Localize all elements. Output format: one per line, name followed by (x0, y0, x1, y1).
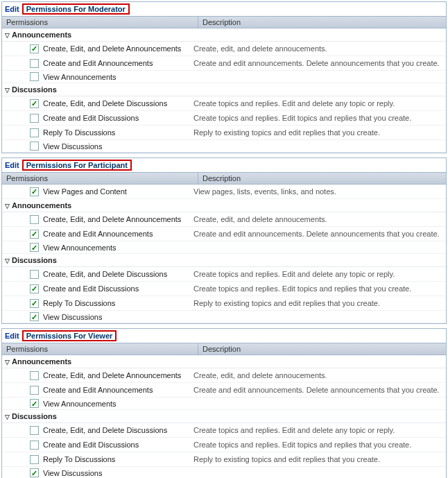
permission-checkbox[interactable] (30, 312, 39, 321)
column-header-permissions: Permissions (2, 343, 198, 355)
section-header: ▽Discussions (2, 410, 446, 423)
permissions-block: EditPermissions For ModeratorPermissions… (1, 1, 447, 153)
permission-row: Create and Edit DiscussionsCreate topics… (2, 438, 446, 452)
permission-row: Reply To DiscussionsReply to existing to… (2, 452, 446, 467)
permission-checkbox[interactable] (30, 187, 39, 196)
column-headers: PermissionsDescription (2, 16, 446, 28)
permission-cell: Create, Edit, and Delete Announcements (2, 215, 189, 224)
permission-label: Create, Edit, and Delete Discussions (43, 270, 167, 278)
permission-row: Create, Edit, and Delete DiscussionsCrea… (2, 423, 446, 438)
permission-checkbox[interactable] (30, 441, 39, 450)
disclosure-triangle-icon[interactable]: ▽ (3, 32, 10, 39)
permission-cell: View Discussions (2, 468, 189, 477)
permission-description: View pages, lists, events, links, and no… (189, 186, 446, 197)
section-header: ▽Discussions (2, 254, 446, 267)
permission-label: View Announcements (43, 400, 117, 408)
permission-checkbox[interactable] (30, 44, 39, 53)
permission-row: Create, Edit, and Delete AnnouncementsCr… (2, 368, 446, 383)
permission-row: Create, Edit, and Delete DiscussionsCrea… (2, 96, 446, 111)
permission-label: View Announcements (43, 244, 117, 252)
edit-link[interactable]: Edit (5, 5, 19, 13)
permission-checkbox[interactable] (30, 455, 39, 464)
permission-label: View Discussions (43, 142, 102, 151)
permission-description (189, 246, 446, 249)
permission-row: Reply To DiscussionsReply to existing to… (2, 296, 446, 311)
permission-checkbox[interactable] (30, 299, 39, 308)
permission-checkbox[interactable] (30, 128, 39, 137)
block-title-row: EditPermissions For Moderator (2, 2, 446, 16)
block-title-row: EditPermissions For Participant (2, 158, 446, 172)
permission-description: Create topics and replies. Edit topics a… (189, 439, 446, 450)
permission-cell: Reply To Discussions (2, 455, 189, 464)
permission-checkbox[interactable] (30, 386, 39, 395)
section-header: ▽Announcements (2, 199, 446, 212)
permission-label: Create and Edit Discussions (43, 114, 139, 122)
permission-description: Create and edit announcements. Delete an… (189, 58, 446, 69)
permission-checkbox[interactable] (30, 142, 39, 151)
permission-checkbox[interactable] (30, 284, 39, 293)
permission-checkbox[interactable] (30, 399, 39, 408)
permission-cell: Create and Edit Announcements (2, 230, 189, 239)
permission-checkbox[interactable] (30, 371, 39, 380)
permission-checkbox[interactable] (30, 72, 39, 81)
disclosure-triangle-icon[interactable]: ▽ (3, 87, 10, 94)
edit-link[interactable]: Edit (5, 161, 19, 169)
permission-description: Create and edit announcements. Delete an… (189, 384, 446, 395)
permission-row: View Announcements (2, 241, 446, 254)
permission-description (189, 145, 446, 148)
permission-row: Create and Edit AnnouncementsCreate and … (2, 56, 446, 71)
block-title: Permissions For Viewer (22, 330, 117, 341)
permission-row: View Discussions (2, 140, 446, 153)
permission-label: View Discussions (43, 313, 102, 321)
permission-row: Create and Edit DiscussionsCreate topics… (2, 111, 446, 126)
disclosure-triangle-icon[interactable]: ▽ (3, 257, 10, 264)
disclosure-triangle-icon[interactable]: ▽ (3, 359, 10, 366)
section-name: Announcements (12, 201, 71, 210)
permission-row: Create, Edit, and Delete AnnouncementsCr… (2, 212, 446, 227)
permission-checkbox[interactable] (30, 230, 39, 239)
permission-label: Reply To Discussions (43, 128, 115, 137)
section-name: Discussions (12, 412, 57, 420)
permission-checkbox[interactable] (30, 114, 39, 123)
permission-description: Create topics and replies. Edit and dele… (189, 425, 446, 436)
permission-cell: Create and Edit Announcements (2, 386, 189, 395)
permission-cell: Create and Edit Discussions (2, 284, 189, 293)
section-name: Announcements (12, 357, 71, 366)
permission-label: Create, Edit, and Delete Discussions (43, 99, 167, 108)
permission-cell: Create and Edit Discussions (2, 114, 189, 123)
permission-cell: Create, Edit, and Delete Announcements (2, 44, 189, 53)
column-header-permissions: Permissions (2, 17, 198, 28)
permission-checkbox[interactable] (30, 426, 39, 435)
permission-description: Reply to existing topics and edit replie… (189, 298, 446, 309)
block-title: Permissions For Moderator (22, 3, 130, 15)
disclosure-triangle-icon[interactable]: ▽ (3, 413, 10, 420)
permission-checkbox[interactable] (30, 59, 39, 68)
column-headers: PermissionsDescription (2, 343, 446, 355)
permission-cell: Create, Edit, and Delete Discussions (2, 270, 189, 279)
permission-label: Create, Edit, and Delete Discussions (43, 426, 167, 434)
permission-label: View Announcements (43, 73, 117, 81)
permission-checkbox[interactable] (30, 243, 39, 252)
permission-row: View Announcements (2, 398, 446, 410)
permission-description: Create topics and replies. Edit topics a… (189, 283, 446, 294)
permission-description: Create topics and replies. Edit and dele… (189, 98, 446, 109)
permission-row: Create and Edit DiscussionsCreate topics… (2, 282, 446, 296)
permission-description: Create, edit, and delete annoucements. (189, 43, 446, 54)
permission-cell: Reply To Discussions (2, 299, 189, 308)
permission-row: Create and Edit AnnouncementsCreate and … (2, 383, 446, 398)
permission-row: Reply To DiscussionsReply to existing to… (2, 126, 446, 140)
permission-cell: View Discussions (2, 142, 189, 151)
permission-cell: Reply To Discussions (2, 128, 189, 137)
permission-label: Reply To Discussions (43, 299, 115, 307)
permission-row: View Discussions (2, 311, 446, 323)
permission-checkbox[interactable] (30, 99, 39, 108)
section-name: Discussions (12, 85, 57, 94)
permission-checkbox[interactable] (30, 215, 39, 224)
disclosure-triangle-icon[interactable]: ▽ (3, 203, 10, 210)
permission-checkbox[interactable] (30, 468, 39, 477)
permission-label: View Pages and Content (43, 187, 127, 196)
section-header: ▽Announcements (2, 28, 446, 42)
permission-checkbox[interactable] (30, 270, 39, 279)
edit-link[interactable]: Edit (5, 332, 19, 340)
section-name: Discussions (12, 256, 57, 264)
